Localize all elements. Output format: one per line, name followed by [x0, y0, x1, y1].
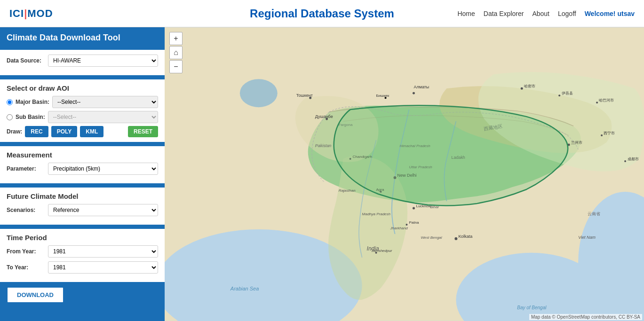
data-source-section: Data Source: HI-AWARE [0, 48, 165, 75]
svg-text:Rajasthan: Rajasthan [339, 188, 356, 193]
main-content: Climate Data Download Tool Data Source: … [0, 27, 644, 321]
home-button[interactable]: ⌂ [169, 46, 183, 59]
draw-label: Draw: [7, 128, 22, 135]
data-source-label: Data Source: [7, 57, 44, 64]
svg-text:Bay of Bengal: Bay of Bengal [517, 305, 547, 310]
major-basin-label: Major Basin: [16, 99, 49, 105]
scenarios-label: Scenarios: [7, 207, 44, 213]
svg-text:兰州市: 兰州市 [571, 141, 582, 145]
parameter-label: Parameter: [7, 165, 44, 172]
draw-row: Draw: REC POLY KML RESET [7, 126, 158, 137]
svg-text:成都市: 成都市 [628, 157, 639, 161]
sub-basin-radio[interactable] [7, 114, 13, 120]
svg-point-24 [596, 102, 598, 103]
future-climate-section: Future Climate Model Scenarios: Referenc… [0, 186, 165, 225]
major-basin-radio[interactable] [7, 99, 13, 105]
svg-point-5 [240, 79, 278, 107]
header: ICI|MOD Regional Database System Home Da… [0, 0, 644, 27]
draw-poly-button[interactable]: POLY [51, 126, 78, 137]
download-button[interactable]: DOWNLOAD [7, 287, 64, 303]
nav-home[interactable]: Home [457, 10, 475, 17]
map-attribution: Map data © OpenStreetMap contributors, C… [529, 314, 642, 320]
nav-logoff[interactable]: Logoff [558, 10, 576, 17]
sub-basin-select[interactable]: --Select-- [48, 111, 158, 123]
logo: ICI|MOD [9, 8, 53, 20]
from-year-select[interactable]: 1981 [48, 245, 158, 258]
scenarios-select[interactable]: Reference [48, 204, 158, 216]
svg-point-20 [521, 87, 523, 90]
to-year-row: To Year: 1981 [7, 261, 158, 274]
draw-kml-button[interactable]: KML [80, 126, 103, 137]
map-controls: + ⌂ − [169, 32, 183, 73]
sub-basin-row: Sub Basin: --Select-- [7, 111, 158, 123]
future-climate-heading: Future Climate Model [7, 192, 158, 200]
sidebar-title: Climate Data Download Tool [0, 27, 165, 48]
sub-basin-label: Sub Basin: [16, 114, 45, 120]
data-source-row: Data Source: HI-AWARE [7, 55, 158, 67]
page-title: Regional Database System [250, 7, 394, 20]
main-nav: Home Data Explorer About Logoff Welcome!… [457, 10, 635, 17]
svg-text:India: India [367, 245, 379, 252]
svg-text:West Bengal: West Bengal [421, 235, 442, 240]
svg-text:伊吾县: 伊吾县 [562, 91, 573, 95]
map-area: + ⌂ − [165, 27, 644, 321]
svg-point-8 [413, 207, 415, 209]
svg-point-28 [601, 134, 603, 136]
svg-text:哈巴河市: 哈巴河市 [599, 98, 614, 102]
svg-text:Patna: Patna [409, 220, 419, 225]
svg-text:Алматы: Алматы [413, 85, 429, 89]
svg-point-14 [454, 237, 457, 240]
svg-text:哈密市: 哈密市 [524, 84, 535, 88]
nav-welcome[interactable]: Welcome! utsav [585, 10, 635, 17]
svg-text:Madhya Pradesh: Madhya Pradesh [362, 212, 391, 216]
zoom-in-button[interactable]: + [169, 32, 183, 45]
aoi-heading: Select or draw AOI [7, 84, 158, 92]
svg-text:Arabian Sea: Arabian Sea [230, 286, 259, 291]
nav-about[interactable]: About [532, 10, 549, 17]
svg-point-30 [624, 160, 626, 162]
svg-text:Pakistan: Pakistan [315, 143, 331, 148]
map-svg: New Delhi Lucknow Agra Patna Kolkata Cha… [165, 27, 644, 321]
svg-text:Viet Nam: Viet Nam [578, 235, 596, 240]
measurement-section: Measurement Parameter: Precipitation (5k… [0, 145, 165, 183]
svg-text:Бишкек: Бишкек [376, 94, 390, 98]
to-year-label: To Year: [7, 264, 44, 271]
svg-text:Jharkhand: Jharkhand [390, 226, 408, 230]
time-period-heading: Time Period [7, 234, 158, 242]
nav-data-explorer[interactable]: Data Explorer [484, 10, 524, 17]
parameter-select[interactable]: Precipitation (5km) [48, 163, 158, 175]
measurement-heading: Measurement [7, 151, 158, 159]
svg-point-36 [413, 92, 415, 94]
to-year-select[interactable]: 1981 [48, 261, 158, 274]
logo-text: ICI [9, 8, 24, 19]
svg-point-12 [405, 224, 407, 226]
data-source-select[interactable]: HI-AWARE [48, 55, 158, 67]
major-basin-select[interactable]: --Select-- [52, 96, 158, 108]
from-year-row: From Year: 1981 [7, 245, 158, 258]
from-year-label: From Year: [7, 248, 44, 255]
parameter-row: Parameter: Precipitation (5km) [7, 163, 158, 175]
scenarios-row: Scenarios: Reference [7, 204, 158, 216]
svg-text:云南省: 云南省 [588, 211, 600, 216]
svg-point-22 [558, 94, 560, 96]
draw-rec-button[interactable]: REC [25, 126, 48, 137]
reset-button[interactable]: RESET [128, 126, 158, 137]
sidebar: Climate Data Download Tool Data Source: … [0, 27, 165, 321]
time-period-section: Time Period From Year: 1981 To Year: 198… [0, 227, 165, 282]
svg-text:西宁市: 西宁市 [604, 131, 615, 135]
svg-text:Kolkata: Kolkata [458, 234, 472, 239]
svg-text:Тошкент: Тошкент [296, 93, 313, 98]
aoi-section: Select or draw AOI Major Basin: --Select… [0, 78, 165, 142]
zoom-out-button[interactable]: − [169, 60, 183, 73]
major-basin-row: Major Basin: --Select-- [7, 96, 158, 108]
logo-text-mod: MOD [27, 8, 53, 19]
